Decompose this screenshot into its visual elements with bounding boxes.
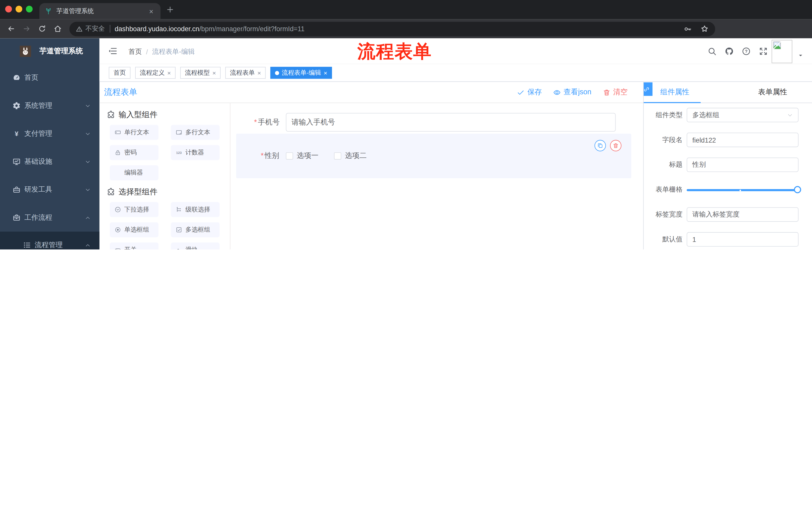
copy-component-button[interactable] xyxy=(594,140,606,151)
tab-close-icon[interactable]: × xyxy=(167,69,171,77)
svg-text:?: ? xyxy=(745,49,748,54)
help-icon[interactable]: ? xyxy=(742,47,751,56)
tab-close-icon[interactable]: × xyxy=(147,7,155,15)
view-json-button[interactable]: 查看json xyxy=(553,87,591,97)
sidebar-item-0[interactable]: 首页 xyxy=(0,64,99,91)
title-input[interactable]: 性别 xyxy=(687,157,799,172)
component-radio[interactable]: 单选框组 xyxy=(110,222,158,237)
window-zoom-button[interactable] xyxy=(26,6,33,12)
home-icon[interactable] xyxy=(53,24,62,33)
chevron-down-icon xyxy=(787,112,793,118)
forward-icon[interactable] xyxy=(22,24,31,33)
chevron-down-icon xyxy=(85,187,91,193)
type-label: 组件类型 xyxy=(648,110,687,120)
fullscreen-icon[interactable] xyxy=(759,47,768,56)
label-width-input[interactable]: 请输入标签宽度 xyxy=(687,207,799,222)
password-key-icon[interactable] xyxy=(684,25,692,33)
tags-view-tab-0[interactable]: 首页 xyxy=(109,67,130,79)
tab-component-props[interactable]: 组件属性 xyxy=(660,87,689,97)
component-textarea[interactable]: 多行文本 xyxy=(171,125,220,140)
svg-text:123: 123 xyxy=(176,151,182,155)
gender-label: 性别 xyxy=(265,152,279,160)
sidebar-item-2[interactable]: ¥支付管理 xyxy=(0,120,99,147)
window-close-button[interactable] xyxy=(5,6,12,12)
component-lock[interactable]: 密码 xyxy=(110,145,158,160)
sidebar-submenu: 流程管理流程表单用户分组流程模型任务管理请假查询 xyxy=(0,232,99,249)
url-text: dashboard.yudao.iocoder.cn/bpm/manager/f… xyxy=(115,25,305,33)
component-type-select[interactable]: 多选框组 xyxy=(687,108,799,123)
chevron-down-icon xyxy=(85,159,91,165)
delete-icon xyxy=(612,142,619,149)
switch-icon xyxy=(115,247,121,249)
form-canvas[interactable]: *手机号 请输入手机号 *性别 选项一选项二 xyxy=(230,103,643,249)
selected-component-gender[interactable]: *性别 选项一选项二 xyxy=(236,134,631,178)
tab-close-icon[interactable]: × xyxy=(324,69,327,77)
designer-title: 流程表单 xyxy=(104,87,137,98)
check-icon xyxy=(517,88,525,96)
browser-tab[interactable]: 芋道管理系统 × xyxy=(39,3,161,19)
form-grid-slider[interactable] xyxy=(687,182,801,197)
tags-view-tab-2[interactable]: 流程模型× xyxy=(180,67,221,79)
phone-field-row[interactable]: *手机号 请输入手机号 xyxy=(230,113,643,132)
address-bar[interactable]: 不安全 dashboard.yudao.iocoder.cn/bpm/manag… xyxy=(69,22,715,36)
tags-view-tab-1[interactable]: 流程定义× xyxy=(135,67,176,79)
slider-handle[interactable] xyxy=(794,186,801,193)
sidebar-item-1[interactable]: 系统管理 xyxy=(0,92,99,120)
sidebar-subitem-0[interactable]: 流程管理 xyxy=(0,232,99,249)
default-value-input[interactable]: 1 xyxy=(687,232,799,247)
sidebar-logo[interactable]: 芋道管理系统 xyxy=(0,38,99,61)
avatar-caret-icon[interactable] xyxy=(798,53,804,58)
puzzle-icon xyxy=(107,188,116,196)
field-link-tag[interactable] xyxy=(643,82,652,96)
clear-button[interactable]: 清空 xyxy=(603,87,628,97)
component-select[interactable]: 下拉选择 xyxy=(110,202,158,217)
new-tab-button[interactable] xyxy=(166,5,175,14)
copy-icon xyxy=(597,142,604,149)
github-icon[interactable] xyxy=(725,47,734,56)
dashboard-icon xyxy=(12,74,21,82)
hamburger-icon[interactable] xyxy=(108,46,118,56)
component-slider[interactable]: 滑块 xyxy=(171,242,220,249)
phone-input[interactable]: 请输入手机号 xyxy=(286,113,616,132)
avatar[interactable] xyxy=(772,40,792,63)
main-area: 首页 / 流程表单-编辑 ? TT 流程表单 首页流程定义×流程模型×流程表单×… xyxy=(99,38,812,249)
slider-icon xyxy=(176,247,182,249)
breadcrumb-home[interactable]: 首页 xyxy=(128,47,142,57)
sidebar-item-5[interactable]: 工作流程 xyxy=(0,204,99,232)
field-name-input[interactable]: field122 xyxy=(687,133,799,147)
delete-component-button[interactable] xyxy=(610,140,621,151)
select-icon xyxy=(115,206,121,213)
not-secure-warning-icon xyxy=(76,25,83,32)
svg-text:¥: ¥ xyxy=(15,130,19,138)
gender-checkbox-1[interactable]: 选项二 xyxy=(334,152,367,161)
window-minimize-button[interactable] xyxy=(16,6,22,12)
tab-close-icon[interactable]: × xyxy=(257,69,261,77)
sidebar-item-4[interactable]: 研发工具 xyxy=(0,176,99,204)
broken-image-icon xyxy=(773,41,781,50)
tab-close-icon[interactable]: × xyxy=(212,69,216,77)
component-cascader[interactable]: 级联选择 xyxy=(171,202,220,217)
back-icon[interactable] xyxy=(7,24,16,33)
save-button[interactable]: 保存 xyxy=(517,87,542,97)
component-switch[interactable]: 开关 xyxy=(110,242,158,249)
bookmark-star-icon[interactable] xyxy=(700,24,709,33)
tags-view-tab-3[interactable]: 流程表单× xyxy=(225,67,266,79)
tags-view-tab-4[interactable]: 流程表单-编辑× xyxy=(270,67,332,79)
default-value-label: 默认值 xyxy=(648,235,687,244)
component-counter[interactable]: 123计数器 xyxy=(171,145,220,160)
tab-form-props[interactable]: 表单属性 xyxy=(758,87,787,97)
search-icon[interactable] xyxy=(707,47,717,56)
props-panel: 组件属性 表单属性 组件类型 多选框组 xyxy=(643,82,812,249)
reload-icon[interactable] xyxy=(38,24,47,33)
component-editor[interactable]: 编辑器 xyxy=(110,165,158,180)
component-input-field[interactable]: 单行文本 xyxy=(110,125,158,140)
puzzle-icon xyxy=(107,110,116,119)
component-checkbox[interactable]: 多选框组 xyxy=(171,222,220,237)
sidebar-item-3[interactable]: 基础设施 xyxy=(0,147,99,175)
section-title: 输入型组件 xyxy=(107,110,230,120)
phone-label: 手机号 xyxy=(258,118,280,126)
logo-title: 芋道管理系统 xyxy=(39,47,83,56)
gear-icon xyxy=(12,102,21,110)
radio-icon xyxy=(115,226,121,233)
gender-checkbox-0[interactable]: 选项一 xyxy=(286,152,319,161)
